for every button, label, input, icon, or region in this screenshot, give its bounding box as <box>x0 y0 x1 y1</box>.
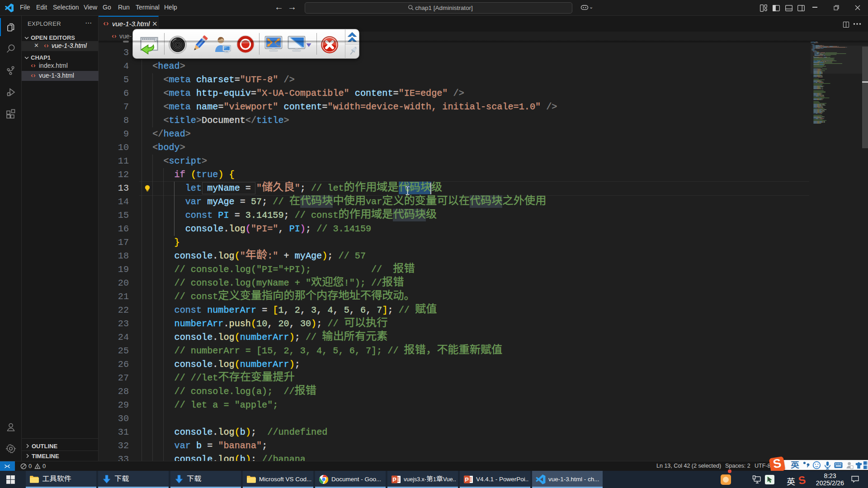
svg-text:P: P <box>392 476 396 483</box>
svg-text:P: P <box>465 476 469 483</box>
